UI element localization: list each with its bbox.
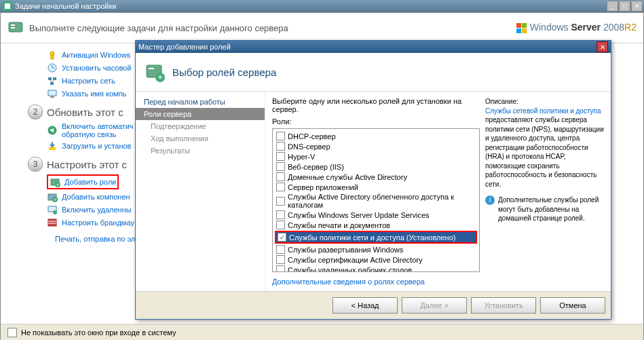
svg-rect-8 bbox=[522, 29, 527, 33]
more-about-roles-link[interactable]: Дополнительные сведения о ролях сервера bbox=[272, 278, 480, 286]
bottom-bar: Не показывать это окно при входе в систе… bbox=[1, 324, 643, 340]
role-printdoc[interactable]: Службы печати и документов bbox=[275, 220, 477, 230]
svg-rect-15 bbox=[53, 77, 56, 80]
svg-line-17 bbox=[50, 80, 52, 82]
info-text: Дополнительные службы ролей могут быть д… bbox=[498, 195, 604, 223]
svg-rect-5 bbox=[516, 23, 521, 28]
svg-rect-10 bbox=[51, 55, 54, 59]
add-roles-highlight: + Добавить роли bbox=[47, 174, 119, 189]
dialog-heading: Выбор ролей сервера bbox=[172, 67, 276, 78]
description-label: Описание: bbox=[485, 97, 604, 107]
roles-column: Выберите одну или несколько ролей для ус… bbox=[272, 97, 480, 286]
nav-confirmation[interactable]: Подтверждение bbox=[136, 120, 265, 132]
os-taskbar: Задачи начальной настройки _ □ ✕ bbox=[0, 0, 644, 12]
dialog-close-button[interactable]: ✕ bbox=[596, 41, 608, 52]
role-dns[interactable]: DNS-сервер bbox=[275, 141, 477, 151]
svg-text:+: + bbox=[56, 182, 60, 187]
install-button[interactable]: Установить bbox=[471, 297, 536, 314]
maximize-button[interactable]: □ bbox=[619, 1, 630, 12]
description-link[interactable]: Службы сетевой политики и доступа bbox=[485, 107, 601, 115]
minimize-button[interactable]: _ bbox=[607, 1, 618, 12]
svg-rect-16 bbox=[50, 82, 54, 85]
role-wds[interactable]: Службы развертывания Windows bbox=[275, 244, 477, 254]
svg-text:+: + bbox=[157, 73, 162, 82]
svg-rect-4 bbox=[11, 27, 15, 29]
svg-text:+: + bbox=[54, 197, 57, 202]
initial-config-window: Выполните следующие задачи для настройки… bbox=[0, 12, 644, 340]
cancel-button[interactable]: Отмена bbox=[540, 297, 605, 314]
dialog-header: + Выбор ролей сервера bbox=[136, 53, 611, 92]
info-row: i Дополнительные службы ролей могут быть… bbox=[485, 195, 604, 223]
roles-label: Роли: bbox=[272, 117, 480, 126]
svg-rect-35 bbox=[149, 68, 154, 69]
dont-show-checkbox[interactable] bbox=[7, 328, 17, 337]
description-column: Описание: Службы сетевой политики и дост… bbox=[485, 97, 604, 286]
back-button[interactable]: < Назад bbox=[333, 297, 398, 314]
close-button[interactable]: ✕ bbox=[631, 1, 643, 12]
main-header: Выполните следующие задачи для настройки… bbox=[1, 13, 643, 43]
svg-rect-19 bbox=[48, 90, 56, 96]
description-text: Службы сетевой политики и доступа предос… bbox=[485, 107, 604, 189]
role-dhcp[interactable]: DHCP-сервер bbox=[275, 131, 477, 141]
info-icon: i bbox=[485, 195, 495, 205]
next-button[interactable]: Далее > bbox=[402, 297, 467, 314]
wizard-icon: + bbox=[144, 61, 166, 83]
role-adcs[interactable]: Службы сертификации Active Directory bbox=[275, 254, 477, 265]
role-hyperv[interactable]: Hyper-V bbox=[275, 151, 477, 162]
svg-rect-7 bbox=[516, 29, 521, 33]
nav-before-you-begin[interactable]: Перед началом работы bbox=[136, 96, 265, 108]
wizard-nav: Перед началом работы Роли сервера Подтве… bbox=[136, 92, 265, 291]
role-adlds[interactable]: Службы Active Directory облегченного дос… bbox=[275, 192, 477, 210]
role-nps-highlight: ✓Службы политики сети и доступа (Установ… bbox=[275, 231, 477, 244]
svg-rect-1 bbox=[5, 3, 10, 9]
svg-point-30 bbox=[53, 210, 57, 214]
dialog-body: Перед началом работы Роли сервера Подтве… bbox=[136, 92, 611, 291]
roles-prompt: Выберите одну или несколько ролей для ус… bbox=[272, 97, 480, 113]
os-brand: Windows Server 2008R2 bbox=[516, 22, 637, 33]
nav-server-roles[interactable]: Роли сервера bbox=[136, 108, 265, 120]
svg-rect-20 bbox=[50, 96, 54, 98]
nav-results[interactable]: Результаты bbox=[136, 145, 265, 157]
role-iis[interactable]: Веб-сервер (IIS) bbox=[275, 162, 477, 172]
roles-listbox[interactable]: DHCP-сервер DNS-сервер Hyper-V Веб-серве… bbox=[272, 128, 480, 272]
role-nps[interactable]: ✓Службы политики сети и доступа (Установ… bbox=[276, 232, 476, 242]
dont-show-label: Не показывать это окно при входе в систе… bbox=[21, 328, 176, 337]
dialog-content: Выберите одну или несколько ролей для ус… bbox=[265, 92, 611, 291]
role-wsus[interactable]: Службы Windows Server Update Services bbox=[275, 210, 477, 220]
svg-rect-6 bbox=[522, 23, 527, 28]
add-roles-wizard: Мастер добавления ролей ✕ + Выбор ролей … bbox=[135, 40, 611, 320]
dialog-titlebar[interactable]: Мастер добавления ролей ✕ bbox=[136, 41, 611, 53]
nav-progress[interactable]: Ход выполнения bbox=[136, 132, 265, 145]
svg-rect-14 bbox=[48, 77, 52, 80]
taskbar-title: Задачи начальной настройки bbox=[15, 2, 116, 10]
role-appserver[interactable]: Сервер приложений bbox=[275, 182, 477, 192]
server-icon bbox=[7, 20, 24, 36]
main-header-text: Выполните следующие задачи для настройки… bbox=[29, 23, 516, 33]
svg-rect-22 bbox=[49, 147, 56, 150]
svg-line-18 bbox=[52, 80, 54, 82]
taskbar-icon bbox=[3, 1, 12, 11]
dialog-title: Мастер добавления ролей bbox=[138, 43, 231, 51]
role-adds[interactable]: Доменные службы Active Directory bbox=[275, 172, 477, 182]
role-rds[interactable]: Службы удаленных рабочих столов bbox=[275, 265, 477, 272]
dialog-buttons: < Назад Далее > Установить Отмена bbox=[136, 291, 611, 319]
svg-rect-31 bbox=[48, 219, 56, 226]
svg-rect-3 bbox=[11, 24, 15, 26]
